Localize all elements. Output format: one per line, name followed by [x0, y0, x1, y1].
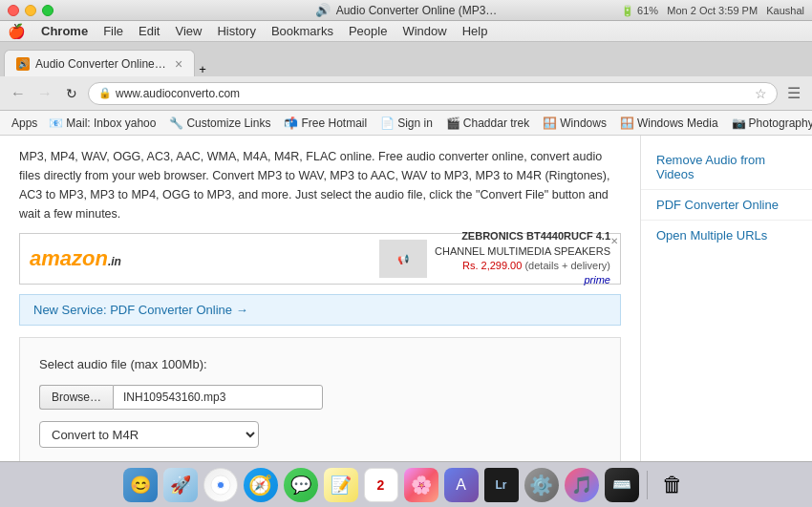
converter-box: Select audio file (max 100Mb): Browse… I…: [19, 337, 621, 461]
browse-button[interactable]: Browse…: [39, 385, 113, 410]
title-bar: 🔊 Audio Converter Online (MP3… 🔋 61% Mon…: [0, 0, 812, 21]
address-input[interactable]: 🔒 www.audioconverto.com ☆: [88, 82, 778, 105]
main-area: MP3, MP4, WAV, OGG, AC3, AAC, WMA, M4A, …: [0, 136, 812, 461]
ad-product-info: ZEBRONICS BT4440RUCF 4.1 CHANNEL MULTIME…: [435, 229, 610, 288]
menu-edit[interactable]: Edit: [139, 24, 160, 38]
format-select-row: Convert to M4R Convert to MP3 Convert to…: [39, 421, 601, 448]
hotmail-icon: 📬: [284, 116, 298, 130]
appstore-icon[interactable]: A: [444, 468, 479, 502]
chrome-icon[interactable]: [203, 468, 238, 502]
new-service-banner[interactable]: New Service: PDF Converter Online →: [19, 294, 621, 326]
minimize-button[interactable]: [25, 5, 36, 16]
system-preferences-icon[interactable]: ⚙️: [524, 468, 559, 502]
file-input-row: Browse… INH109543160.mp3: [39, 385, 601, 410]
windows-media-icon: 🪟: [620, 116, 634, 130]
address-bar: ← → ↻ 🔒 www.audioconverto.com ☆ ☰: [0, 76, 812, 111]
bookmark-hotmail[interactable]: 📬 Free Hotmail: [278, 115, 373, 132]
bookmark-windows-media[interactable]: 🪟 Windows Media: [614, 115, 724, 132]
page-description: MP3, MP4, WAV, OGG, AC3, AAC, WMA, M4A, …: [0, 136, 640, 233]
tab-favicon: 🔊: [16, 57, 30, 71]
chaddar-icon: 🎬: [446, 116, 460, 130]
new-tab-button[interactable]: +: [199, 62, 206, 76]
menu-file[interactable]: File: [103, 24, 123, 38]
dock: 😊 🚀 🧭 💬 📝 2 🌸 A Lr ⚙️ 🎵 ⌨️: [0, 461, 812, 507]
reload-button[interactable]: ↻: [61, 83, 82, 104]
mail-icon: 📧: [49, 116, 63, 130]
window-title: 🔊 Audio Converter Online (MP3…: [315, 3, 498, 17]
terminal-icon[interactable]: ⌨️: [605, 468, 639, 502]
close-button[interactable]: [8, 5, 19, 16]
amazon-logo: amazon.in: [30, 246, 121, 271]
content-area: MP3, MP4, WAV, OGG, AC3, AAC, WMA, M4A, …: [0, 136, 640, 461]
customize-icon: 🔧: [169, 116, 183, 130]
menu-icon[interactable]: ☰: [783, 83, 804, 104]
safari-icon[interactable]: 🧭: [244, 468, 278, 502]
menu-bookmarks[interactable]: Bookmarks: [271, 24, 333, 38]
sidebar: Remove Audio from Videos PDF Converter O…: [640, 136, 812, 461]
maximize-button[interactable]: [42, 5, 53, 16]
calendar-icon[interactable]: 2: [364, 468, 398, 502]
tab-title: Audio Converter Online (MP3…: [35, 57, 169, 71]
lr-icon[interactable]: Lr: [484, 468, 519, 502]
bookmark-mail-yahoo[interactable]: 📧 Mail: Inbox yahoo: [43, 115, 161, 132]
finder-icon[interactable]: 😊: [123, 468, 158, 502]
bookmark-star-icon[interactable]: ☆: [755, 86, 767, 101]
bookmark-customize[interactable]: 🔧 Customize Links: [163, 115, 276, 132]
messages-icon[interactable]: 💬: [284, 468, 318, 502]
product-image: 📢: [379, 240, 427, 278]
windows-icon: 🪟: [543, 116, 557, 130]
menu-people[interactable]: People: [349, 24, 387, 38]
launchpad-icon[interactable]: 🚀: [163, 468, 198, 502]
bookmark-photography[interactable]: 📷 Photography: [726, 115, 812, 132]
bookmark-chaddar[interactable]: 🎬 Chaddar trek: [440, 115, 535, 132]
ad-banner: amazon.in 📢 ZEBRONICS BT4440RUCF 4.1 CHA…: [19, 233, 621, 285]
converter-label: Select audio file (max 100Mb):: [39, 357, 601, 371]
url-display: www.audioconverto.com: [116, 87, 240, 100]
photography-icon: 📷: [732, 116, 746, 130]
tab-close-button[interactable]: ×: [175, 56, 182, 72]
active-tab[interactable]: 🔊 Audio Converter Online (MP3… ×: [4, 50, 195, 76]
apps-label: Apps: [8, 116, 41, 130]
menu-bar-right: 🔋 61% Mon 2 Oct 3:59 PM Kaushal: [621, 4, 804, 17]
sidebar-link-open-urls[interactable]: Open Multiple URLs: [641, 221, 812, 250]
itunes-icon[interactable]: 🎵: [565, 468, 599, 502]
back-button[interactable]: ←: [8, 83, 29, 104]
sidebar-link-remove-audio[interactable]: Remove Audio from Videos: [641, 145, 812, 190]
system-status: 🔋 61% Mon 2 Oct 3:59 PM Kaushal: [621, 5, 804, 16]
format-select-wrapper[interactable]: Convert to M4R Convert to MP3 Convert to…: [39, 421, 259, 448]
apple-menu[interactable]: 🍎: [8, 23, 26, 40]
amazon-text: amazon.in: [30, 246, 121, 271]
bookmark-signin[interactable]: 📄 Sign in: [374, 115, 438, 132]
file-name-display: INH109543160.mp3: [113, 385, 323, 410]
forward-button[interactable]: →: [34, 83, 55, 104]
menu-chrome[interactable]: Chrome: [41, 24, 88, 38]
bookmark-windows[interactable]: 🪟 Windows: [537, 115, 612, 132]
security-lock-icon: 🔒: [98, 87, 112, 99]
tab-bar: 🔊 Audio Converter Online (MP3… × +: [0, 42, 812, 76]
traffic-lights: [8, 5, 53, 16]
signin-icon: 📄: [380, 116, 395, 130]
new-service-text: New Service: PDF Converter Online →: [33, 303, 248, 317]
dock-separator: [647, 471, 648, 499]
menu-window[interactable]: Window: [402, 24, 446, 38]
format-dropdown[interactable]: Convert to M4R Convert to MP3 Convert to…: [39, 421, 259, 448]
menu-bar: 🍎 Chrome File Edit View History Bookmark…: [0, 21, 812, 42]
menu-help[interactable]: Help: [462, 24, 488, 38]
trash-icon[interactable]: 🗑: [655, 468, 690, 502]
svg-point-2: [218, 482, 224, 488]
notes-icon[interactable]: 📝: [324, 468, 358, 502]
menu-history[interactable]: History: [217, 24, 255, 38]
title-favicon: 🔊: [315, 3, 331, 17]
menu-view[interactable]: View: [175, 24, 202, 38]
sidebar-link-pdf-converter[interactable]: PDF Converter Online: [641, 190, 812, 221]
photos-icon[interactable]: 🌸: [404, 468, 438, 502]
bookmarks-bar: Apps 📧 Mail: Inbox yahoo 🔧 Customize Lin…: [0, 111, 812, 136]
ad-close-button[interactable]: ✕: [610, 236, 618, 246]
